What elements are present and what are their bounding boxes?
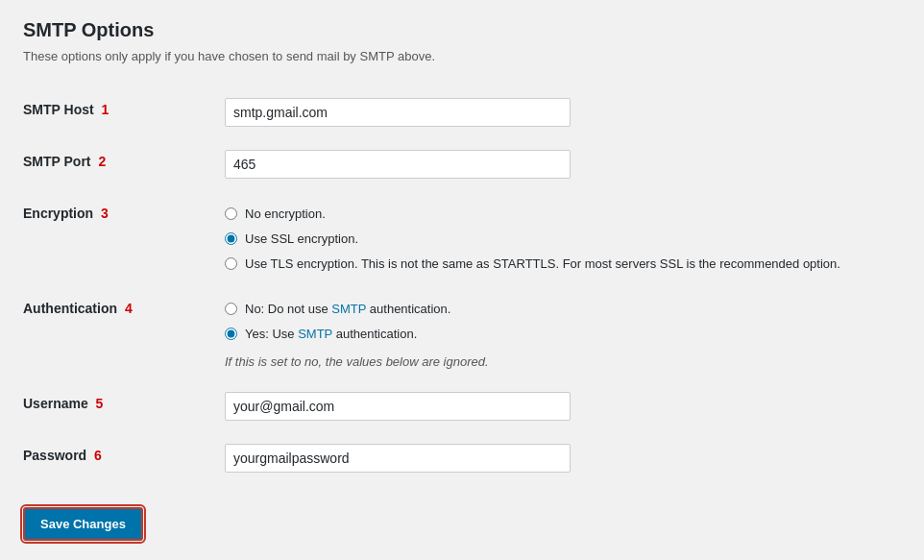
encryption-ssl-option[interactable]: Use SSL encryption. [225, 231, 901, 248]
smtp-port-number: 2 [98, 154, 106, 169]
encryption-none-option[interactable]: No encryption. [225, 206, 901, 223]
username-input[interactable] [225, 392, 571, 421]
smtp-port-input[interactable] [225, 150, 571, 179]
authentication-row: Authentication 4 No: Do not use SMTP aut… [23, 285, 901, 380]
encryption-row: Encryption 3 No encryption. Use SSL encr… [23, 190, 901, 285]
auth-note: If this is set to no, the values below a… [225, 354, 901, 369]
authentication-number: 4 [125, 301, 133, 316]
save-changes-button[interactable]: Save Changes [23, 507, 143, 541]
password-row: Password 6 [23, 432, 901, 484]
auth-yes-radio[interactable] [225, 328, 237, 340]
encryption-options: No encryption. Use SSL encryption. Use T… [225, 202, 901, 274]
authentication-options: No: Do not use SMTP authentication. Yes:… [225, 297, 901, 369]
encryption-ssl-radio[interactable] [225, 232, 237, 245]
smtp-host-input[interactable] [225, 98, 571, 127]
username-row: Username 5 [23, 380, 901, 432]
smtp-port-row: SMTP Port 2 [23, 138, 901, 190]
encryption-number: 3 [101, 206, 109, 221]
encryption-tls-radio[interactable] [225, 257, 237, 270]
auth-yes-option[interactable]: Yes: Use SMTP authentication. [225, 326, 901, 343]
password-number: 6 [94, 448, 102, 463]
auth-no-option[interactable]: No: Do not use SMTP authentication. [225, 301, 901, 318]
page-description: These options only apply if you have cho… [23, 49, 901, 63]
smtp-port-label: SMTP Port 2 [23, 154, 106, 169]
smtp-host-number: 1 [102, 102, 109, 117]
page-title: SMTP Options [23, 19, 901, 41]
smtp-host-row: SMTP Host 1 [23, 86, 901, 138]
encryption-tls-option[interactable]: Use TLS encryption. This is not the same… [225, 256, 901, 273]
password-input[interactable] [225, 444, 571, 473]
password-label: Password 6 [23, 448, 102, 463]
smtp-host-label: SMTP Host 1 [23, 102, 109, 117]
encryption-none-radio[interactable] [225, 207, 237, 220]
auth-no-radio[interactable] [225, 303, 237, 315]
smtp-options-form: SMTP Host 1 SMTP Port 2 Encry [23, 86, 901, 484]
username-number: 5 [96, 396, 104, 411]
username-label: Username 5 [23, 396, 103, 411]
